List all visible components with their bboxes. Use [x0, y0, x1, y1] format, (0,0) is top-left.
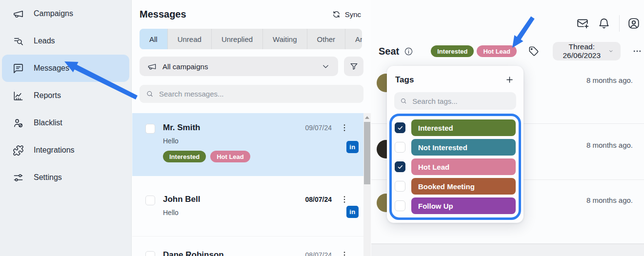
sync-button[interactable]: Sync [332, 10, 361, 19]
message-filter-tabs: All Unread Unreplied Waiting Other Archi… [140, 29, 362, 49]
tags-popup-title: Tags [395, 75, 414, 85]
thread-selector[interactable]: Thread: 26/06/2023 [553, 42, 621, 60]
tab-other[interactable]: Other [307, 29, 345, 49]
tag-option-label[interactable]: Hot Lead [411, 158, 516, 175]
notifications-button[interactable] [598, 17, 610, 30]
messages-panel-title: Messages [140, 9, 186, 20]
tag-checkbox[interactable] [395, 181, 405, 192]
tag-option-hot-lead: Hot Lead [395, 158, 516, 175]
kebab-menu-icon [340, 195, 349, 204]
tag-pill-interested: Interested [163, 151, 206, 162]
kebab-menu-icon [340, 250, 349, 256]
thread-selector-label: Thread: 26/06/2023 [560, 42, 604, 60]
sidebar-item-leads[interactable]: Leads [2, 27, 129, 55]
sidebar-item-label: Reports [34, 91, 61, 100]
info-button[interactable] [404, 47, 413, 56]
tab-unreplied[interactable]: Unreplied [211, 29, 262, 49]
list-scrollbar[interactable] [363, 113, 371, 256]
tag-checkbox[interactable] [395, 161, 405, 172]
advanced-filter-button[interactable] [344, 57, 363, 76]
chart-icon [13, 90, 24, 101]
campaign-filter-dropdown[interactable]: All campaigns [140, 57, 338, 76]
sidebar-item-label: Messages [34, 64, 69, 73]
sidebar-item-label: Settings [34, 173, 62, 182]
chevron-down-icon [608, 47, 613, 55]
tag-checkbox[interactable] [395, 122, 405, 133]
sync-label: Sync [345, 10, 361, 19]
tag-checkbox[interactable] [395, 200, 405, 211]
campaign-filter-label: All campaigns [162, 62, 208, 71]
new-mail-button[interactable] [576, 17, 589, 30]
tab-unread[interactable]: Unread [167, 29, 211, 49]
list-search-icon [13, 36, 24, 47]
checkmark-icon [397, 164, 403, 170]
puzzle-icon [13, 145, 24, 156]
scrollbar-thumb[interactable] [364, 122, 370, 184]
sliders-icon [13, 172, 24, 183]
sidebar-item-settings[interactable]: Settings [2, 164, 129, 191]
tag-option-follow-up: Follow Up [395, 197, 516, 214]
conversation-row-dane-robinson[interactable]: Dane Robinson 08/07/24 [132, 236, 371, 256]
conversation-menu-button[interactable] [340, 250, 349, 256]
conversation-preview: Hello [163, 209, 349, 217]
sidebar: Campaigns Leads Messages Reports Blackli… [0, 0, 132, 256]
topbar-divider [619, 15, 620, 32]
tag-option-label[interactable]: Not Interested [411, 139, 516, 156]
tab-waiting[interactable]: Waiting [262, 29, 306, 49]
user-block-icon [13, 118, 24, 129]
sidebar-item-label: Blacklist [34, 118, 62, 127]
tag-option-not-interested: Not Interested [395, 139, 516, 156]
lead-tag-interested: Interested [431, 45, 474, 57]
conversation-list: Mr. Smith 09/07/24 Hello Interested Hot … [132, 113, 371, 256]
conversation-row-mr-smith[interactable]: Mr. Smith 09/07/24 Hello Interested Hot … [132, 113, 371, 176]
kebab-menu-icon [340, 123, 349, 133]
scroll-up-arrow-icon [365, 116, 369, 119]
sidebar-item-label: Leads [34, 37, 55, 45]
megaphone-icon [147, 62, 157, 71]
scrollbar-up-button[interactable] [363, 113, 371, 121]
conversation-name: John Bell [163, 195, 305, 204]
conversation-checkbox[interactable] [145, 251, 155, 256]
info-icon [404, 47, 413, 56]
sidebar-item-messages[interactable]: Messages [2, 55, 129, 82]
checkmark-icon [397, 125, 403, 131]
conversation-name: Mr. Smith [163, 123, 305, 133]
conversation-menu-button[interactable] [340, 123, 349, 133]
thread-header: Seat Interested Hot Lead Thread: 26/06/2… [371, 41, 644, 61]
conversation-name: Dane Robinson [163, 250, 305, 256]
messages-panel: Messages Sync All Unread Unreplied Waiti… [132, 0, 371, 256]
message-timestamp: 8 months ago. [586, 141, 633, 149]
message-search-input[interactable] [159, 90, 357, 98]
tag-pill-hot-lead: Hot Lead [210, 151, 250, 162]
sidebar-item-reports[interactable]: Reports [2, 82, 129, 109]
tag-icon [528, 46, 539, 57]
conversation-checkbox[interactable] [145, 124, 155, 134]
tag-checkbox[interactable] [395, 142, 405, 153]
bell-icon [598, 17, 610, 30]
sidebar-item-blacklist[interactable]: Blacklist [2, 109, 129, 137]
conversation-menu-button[interactable] [340, 195, 349, 204]
manage-tags-button[interactable] [528, 46, 539, 57]
conversation-date: 09/07/24 [305, 124, 332, 132]
linkedin-icon: in [346, 141, 359, 153]
refresh-icon [332, 10, 341, 19]
tab-all[interactable]: All [140, 29, 167, 49]
tab-archived[interactable]: Archived [345, 29, 362, 49]
reply-area[interactable] [371, 244, 644, 256]
sidebar-item-label: Integrations [34, 146, 75, 155]
sidebar-item-campaigns[interactable]: Campaigns [2, 0, 129, 27]
tag-search-input[interactable] [412, 97, 510, 105]
tag-option-label[interactable]: Follow Up [411, 197, 516, 214]
account-button[interactable] [627, 17, 640, 30]
sidebar-item-integrations[interactable]: Integrations [2, 137, 129, 164]
add-tag-button[interactable] [504, 74, 515, 85]
conversation-row-john-bell[interactable]: John Bell 08/07/24 Hello in [132, 185, 371, 236]
app-window: Campaigns Leads Messages Reports Blackli… [0, 0, 644, 256]
tag-option-label[interactable]: Interested [411, 119, 516, 136]
chat-bubble-icon [13, 63, 24, 74]
conversation-date: 08/07/24 [305, 251, 332, 256]
search-icon [146, 90, 154, 98]
tag-option-label[interactable]: Booked Meeting [411, 178, 516, 195]
conversation-checkbox[interactable] [145, 196, 155, 205]
thread-more-button[interactable] [630, 44, 644, 58]
